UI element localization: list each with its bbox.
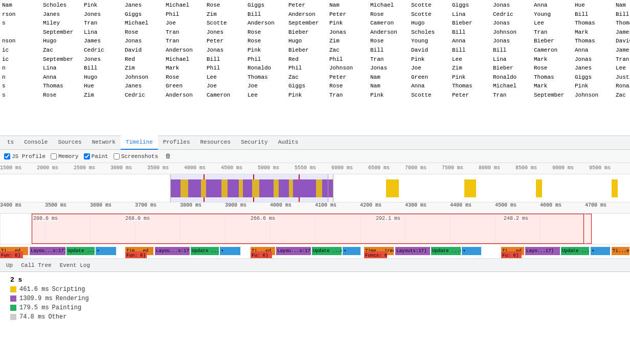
text-cell: Anderson — [368, 28, 409, 37]
text-cell: Lee — [245, 91, 286, 100]
event-bar: Update ...r Tree — [191, 247, 219, 255]
event-bar: ▪ — [96, 247, 116, 255]
text-cell: Bill — [82, 64, 123, 73]
text-row: nLinaBillZimMarkPhilRonaldoPhilJohnsonJo… — [0, 64, 630, 73]
detail-ruler: 3400 ms3500 ms3600 ms3700 ms3800 ms3900 … — [0, 202, 630, 214]
tab-timeline[interactable]: Timeline — [121, 135, 158, 150]
text-row: sRoseZimCedricAndersonCameronLeePinkTran… — [0, 91, 630, 100]
text-cell: Michael — [164, 1, 205, 10]
grid-line — [315, 214, 316, 244]
text-cell: Peter — [205, 37, 245, 46]
text-cell: Zim — [450, 64, 491, 73]
text-cell: Thomas — [450, 82, 491, 91]
text-cell: September — [41, 28, 82, 37]
screenshots-checkbox[interactable]: Screenshots — [114, 153, 159, 160]
event-bar: Layo...17) — [525, 247, 560, 255]
text-cell: Janes — [573, 64, 614, 73]
ruler-label: 8000 ms — [479, 165, 500, 171]
text-cell: Tran — [532, 28, 573, 37]
text-cell: Anna — [573, 46, 614, 55]
paint-checkbox[interactable]: Paint — [84, 153, 108, 160]
text-cell: Tran — [368, 55, 409, 64]
ruler-label: 6000 ms — [331, 165, 353, 171]
other-value: 74.8 ms — [19, 313, 45, 321]
js-profile-checkbox[interactable]: JS Profile — [4, 153, 46, 160]
tab-audits[interactable]: Audits — [273, 135, 304, 150]
bottom-tab-call-tree[interactable]: Call Tree — [17, 261, 55, 270]
text-cell: Jonas — [327, 28, 368, 37]
memory-checkbox[interactable]: Memory — [51, 153, 79, 160]
grid-line — [450, 214, 451, 244]
bottom-tab-up[interactable]: Up — [2, 261, 17, 270]
text-cell: Giggs — [245, 1, 286, 10]
ruler-label: 8500 ms — [515, 165, 537, 171]
text-cell: James — [82, 37, 123, 46]
text-cell: Thomas — [573, 37, 614, 46]
text-cell: ic — [0, 55, 41, 64]
grid-line — [90, 214, 91, 244]
text-cell: Bieber — [532, 37, 573, 46]
text-cell: Scotte — [409, 91, 450, 100]
text-cell — [0, 28, 41, 37]
tab-resources[interactable]: Resources — [195, 135, 235, 150]
text-cell: Bieber — [450, 19, 491, 28]
text-cell: Giggs — [450, 1, 491, 10]
text-cell: Pink — [450, 73, 491, 82]
text-row: sThomasHueJanesGreenJoeJoeGiggsRoseNamAn… — [0, 82, 630, 91]
text-cell: Pink — [82, 1, 123, 10]
tab-ts[interactable]: ts — [2, 135, 19, 150]
event-bar: Fun: 6) — [125, 252, 147, 259]
ruler-label: 9500 ms — [589, 165, 611, 171]
grid-line — [405, 214, 406, 244]
ruler-label: 3000 ms — [110, 165, 132, 171]
text-cell: September — [286, 19, 327, 28]
text-cell: Tran — [82, 19, 123, 28]
text-cell: Young — [532, 10, 573, 19]
text-cell: Michael — [123, 19, 164, 28]
text-cell: Anderson — [245, 19, 286, 28]
text-cell: Rose — [41, 91, 82, 100]
text-cell: Lee — [205, 73, 245, 82]
text-row: rsonJanesJonesGiggsPhilZimBillAndersonPe… — [0, 10, 630, 19]
other-label: Other — [48, 313, 66, 321]
painting-label: Painting — [52, 304, 82, 311]
text-cell: Janes — [123, 1, 164, 10]
text-cell: Michael — [491, 82, 532, 91]
painting-stat: 179.5 ms Painting — [10, 304, 620, 311]
text-cell: Pink — [286, 91, 327, 100]
text-cell: Rose — [245, 28, 286, 37]
text-cell: Giggs — [286, 82, 327, 91]
text-cell: Michael — [164, 55, 205, 64]
tab-profiles[interactable]: Profiles — [158, 135, 195, 150]
text-cell: Scotte — [409, 10, 450, 19]
text-cell: Bill — [491, 46, 532, 55]
clear-button[interactable]: 🗑 — [165, 152, 171, 160]
ruler-label: 1500 ms — [0, 165, 21, 171]
scripting-stat: 461.6 ms Scripting — [10, 286, 620, 293]
bottom-tab-event-log[interactable]: Event Log — [56, 261, 94, 270]
text-cell: Phil — [164, 10, 205, 19]
tab-network[interactable]: Network — [87, 135, 121, 150]
scripting-value: 461.6 ms — [19, 286, 49, 293]
text-cell: Janes — [41, 10, 82, 19]
tab-sources[interactable]: Sources — [53, 135, 86, 150]
rendering-label: Rendering — [56, 295, 89, 302]
timeline-grid[interactable]: 208.6 ms268.0 ms266.6 ms292.1 ms248.2 ms — [0, 214, 630, 244]
text-cell: Nam — [0, 1, 41, 10]
text-cell: Zim — [327, 37, 368, 46]
text-cell: Nam — [368, 82, 409, 91]
event-bar: Ti...ed — [612, 247, 629, 255]
text-cell: Mark — [532, 82, 573, 91]
text-cell: ic — [0, 46, 41, 55]
tab-security[interactable]: Security — [236, 135, 273, 150]
timeline-overview[interactable] — [0, 174, 630, 202]
text-cell: Lee — [450, 55, 491, 64]
tab-console[interactable]: Console — [19, 135, 53, 150]
text-row: sMileyTranMichaelJoeScotteAndersonSeptem… — [0, 19, 630, 28]
detail-ruler-label: 3700 ms — [135, 202, 156, 208]
text-cell: Zac — [614, 91, 630, 100]
text-cell: Mark — [164, 64, 205, 73]
text-cell: n — [0, 64, 41, 73]
detail-ruler-label: 4100 ms — [315, 202, 336, 208]
detail-ruler-label: 3400 ms — [0, 202, 21, 208]
